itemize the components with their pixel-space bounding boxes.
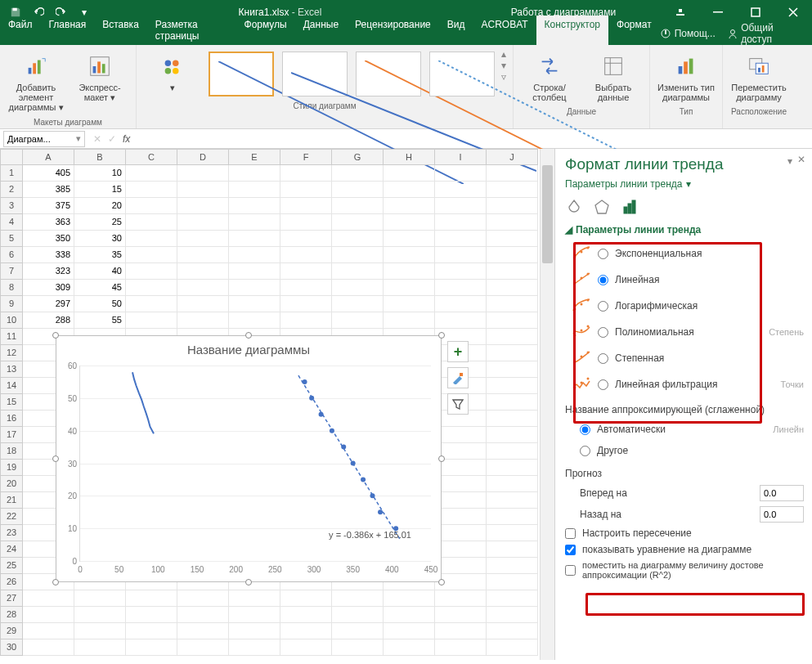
cell[interactable] — [332, 214, 384, 231]
cell[interactable] — [126, 590, 177, 607]
row-10[interactable]: 10 — [0, 312, 23, 329]
row-1[interactable]: 1 — [0, 165, 23, 182]
cell[interactable] — [487, 492, 538, 509]
col-J[interactable]: J — [487, 149, 538, 165]
cell[interactable]: 15 — [74, 182, 126, 198]
resize-handle[interactable] — [438, 455, 445, 462]
row-17[interactable]: 17 — [0, 427, 23, 443]
quick-layout-button[interactable]: Экспресс-макет ▾ — [70, 48, 129, 106]
cell[interactable] — [229, 607, 280, 623]
cell[interactable]: 288 — [23, 312, 74, 329]
cell[interactable] — [384, 198, 435, 214]
cell[interactable] — [487, 263, 538, 280]
cell[interactable] — [126, 623, 177, 639]
row-18[interactable]: 18 — [0, 443, 23, 460]
cell[interactable] — [126, 639, 177, 656]
cell[interactable] — [487, 280, 538, 296]
cell[interactable] — [280, 263, 332, 280]
add-chart-element-button[interactable]: Добавить элемент диаграммы ▾ — [7, 48, 65, 116]
cell[interactable] — [487, 639, 538, 656]
trend-radio[interactable] — [598, 275, 608, 285]
cell[interactable] — [177, 312, 229, 329]
tab-главная[interactable]: Главная — [41, 16, 95, 45]
row-20[interactable]: 20 — [0, 476, 23, 492]
cell[interactable] — [384, 263, 435, 280]
cell[interactable]: 297 — [23, 296, 74, 312]
chart-style-2[interactable] — [282, 52, 348, 96]
cell[interactable] — [126, 296, 177, 312]
cell[interactable] — [384, 165, 435, 182]
cell[interactable]: 30 — [74, 231, 126, 247]
chart-styles-button[interactable] — [447, 367, 469, 388]
row-5[interactable]: 5 — [0, 231, 23, 247]
enter-icon[interactable]: ✓ — [108, 133, 116, 145]
cell[interactable] — [126, 198, 177, 214]
tab-конструктор[interactable]: Конструктор — [536, 16, 608, 45]
cell[interactable]: 40 — [74, 263, 126, 280]
vertical-scrollbar[interactable] — [540, 149, 554, 660]
cell[interactable] — [435, 296, 487, 312]
cell[interactable] — [280, 623, 332, 639]
tab-вставка[interactable]: Вставка — [94, 16, 147, 45]
cell[interactable] — [487, 378, 538, 394]
cell[interactable] — [126, 214, 177, 231]
cell[interactable] — [487, 165, 538, 182]
cell[interactable] — [229, 280, 280, 296]
cell[interactable] — [229, 231, 280, 247]
trend-option[interactable]: ПолиномиальнаяСтепень — [565, 319, 804, 345]
tab-данные[interactable]: Данные — [295, 16, 347, 45]
cell[interactable] — [280, 296, 332, 312]
cancel-icon[interactable]: ✕ — [93, 133, 101, 145]
name-box[interactable]: Диаграм...▾ — [3, 131, 85, 147]
cell[interactable] — [487, 558, 538, 574]
row-21[interactable]: 21 — [0, 492, 23, 509]
col-G[interactable]: G — [332, 149, 384, 165]
cell[interactable] — [435, 427, 487, 443]
cell[interactable] — [177, 280, 229, 296]
cell[interactable] — [487, 411, 538, 427]
name-auto-radio[interactable] — [580, 424, 590, 435]
cell[interactable] — [332, 165, 384, 182]
resize-handle[interactable] — [52, 579, 59, 585]
cell[interactable] — [280, 214, 332, 231]
cell[interactable] — [487, 182, 538, 198]
cell[interactable] — [384, 247, 435, 263]
chart-title[interactable]: Название диаграммы — [56, 336, 441, 360]
cell[interactable]: 323 — [23, 263, 74, 280]
cell[interactable] — [435, 231, 487, 247]
cell[interactable]: 363 — [23, 214, 74, 231]
cell[interactable] — [384, 607, 435, 623]
cell[interactable] — [229, 214, 280, 231]
cell[interactable] — [332, 247, 384, 263]
embedded-chart[interactable]: Название диаграммы 010203040506005010015… — [56, 335, 442, 582]
backward-input[interactable] — [760, 506, 804, 523]
cell[interactable] — [487, 460, 538, 476]
cell[interactable] — [487, 345, 538, 361]
forward-input[interactable] — [760, 485, 804, 501]
cell[interactable] — [384, 182, 435, 198]
row-7[interactable]: 7 — [0, 263, 23, 280]
cell[interactable] — [435, 280, 487, 296]
cell[interactable] — [435, 214, 487, 231]
cell[interactable] — [332, 607, 384, 623]
minimize-icon[interactable] — [699, 0, 737, 25]
cell[interactable] — [487, 607, 538, 623]
cell[interactable] — [280, 231, 332, 247]
cell[interactable] — [74, 623, 126, 639]
cell[interactable] — [435, 263, 487, 280]
cell[interactable] — [177, 263, 229, 280]
chart-elements-button[interactable]: + — [447, 341, 469, 362]
tab-формулы[interactable]: Формулы — [236, 16, 295, 45]
cell[interactable] — [487, 509, 538, 525]
cell[interactable] — [487, 574, 538, 590]
plot-area[interactable]: 0102030405060050100150200250300350400450… — [79, 366, 431, 562]
cell[interactable] — [177, 231, 229, 247]
cell[interactable] — [332, 312, 384, 329]
row-22[interactable]: 22 — [0, 509, 23, 525]
cell[interactable] — [229, 296, 280, 312]
trend-option[interactable]: Логарифмическая — [565, 293, 804, 319]
chart-style-4[interactable] — [429, 52, 495, 96]
cell[interactable] — [435, 198, 487, 214]
show-r2-checkbox[interactable] — [565, 565, 576, 576]
cell[interactable] — [487, 361, 538, 378]
